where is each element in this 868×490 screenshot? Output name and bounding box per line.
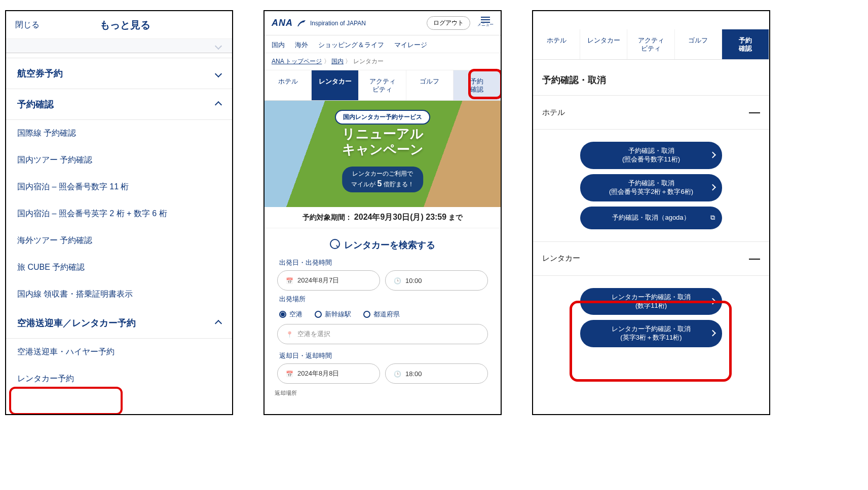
item-dom-stay-2-6[interactable]: 国内宿泊 – 照会番号英字 2 桁 + 数字 6 桁 <box>6 200 232 227</box>
chevron-right-icon <box>710 297 715 306</box>
tab-hotel[interactable]: ホテル <box>265 70 312 100</box>
phone-1-more-menu: 閉じる もっと見る 航空券予約 予約確認 国際線 予約確認 国内ツアー 予約確認… <box>5 10 233 415</box>
app-header: ANA Inspiration of JAPAN ログアウト メニュー <box>265 11 501 35</box>
radio-icon <box>363 311 370 318</box>
breadcrumb: ANA トップページ 〉 国内 〉 レンタカー <box>265 53 501 70</box>
section-rentacar[interactable]: レンタカー — <box>533 241 769 276</box>
dep-date-field[interactable]: 2024年8月7日 <box>277 270 380 291</box>
dep-date-value: 2024年8月7日 <box>297 276 339 285</box>
chevron-down-icon <box>216 68 221 79</box>
radio-airport[interactable]: 空港 <box>279 310 303 319</box>
search-title: レンタカーを検索する <box>277 238 488 251</box>
nav-domestic[interactable]: 国内 <box>272 40 285 50</box>
section-label: レンタカー <box>542 254 580 263</box>
collapse-icon: — <box>749 252 760 265</box>
tab-activity[interactable]: アクティ ビティ <box>359 70 406 100</box>
radio-icon <box>315 311 322 318</box>
phone-3-booking-confirm: ホテル レンタカー アクティ ビティ ゴルフ 予約 確認 予約確認・取消 ホテル… <box>532 10 770 415</box>
pill-hotel-confirm-11[interactable]: 予約確認・取消 (照会番号数字11桁) <box>580 142 722 169</box>
pin-icon <box>286 331 293 338</box>
item-tabicube-confirm[interactable]: 旅 CUBE 予約確認 <box>6 254 232 281</box>
page-title: もっと見る <box>49 18 232 32</box>
chevron-right-icon <box>710 151 715 160</box>
logout-button[interactable]: ログアウト <box>427 16 470 30</box>
phone-2-rentacar-search: ANA Inspiration of JAPAN ログアウト メニュー 国内 海… <box>263 10 502 415</box>
logo-swoosh-icon <box>297 19 306 27</box>
item-intl-confirm[interactable]: 国際線 予約確認 <box>6 120 232 147</box>
hero-headline: リニューアル キャンペーン <box>265 126 501 157</box>
item-dom-receipt[interactable]: 国内線 領収書・搭乗証明書表示 <box>6 281 232 308</box>
hero-subtext: レンタカーのご利用で マイルが 5 倍貯まる！ <box>342 167 423 192</box>
chevron-down-icon <box>216 42 221 51</box>
chevron-right-icon <box>710 330 715 338</box>
crumb-current: レンタカー <box>353 58 384 65</box>
label-ret-place-partial: 返却場所 <box>265 388 501 398</box>
brand-logo[interactable]: ANA Inspiration of JAPAN <box>272 18 366 28</box>
clock-icon <box>394 370 401 378</box>
label-dep-datetime: 出発日・出発時間 <box>279 258 486 267</box>
tagline: Inspiration of JAPAN <box>310 20 366 27</box>
section-flight-booking[interactable]: 航空券予約 <box>6 58 232 89</box>
campaign-period: 予約対象期間： 2024年9月30日(月) 23:59 まで <box>265 207 501 228</box>
item-airport-hire[interactable]: 空港送迎車・ハイヤー予約 <box>6 339 232 365</box>
tab-hotel[interactable]: ホテル <box>533 29 580 59</box>
section-airport-transfer[interactable]: 空港送迎車／レンタカー予約 <box>6 308 232 339</box>
item-rentacar-booking[interactable]: レンタカー予約 <box>6 365 232 392</box>
chevron-up-icon <box>216 99 221 110</box>
tab-rentacar[interactable]: レンタカー <box>312 70 359 100</box>
radio-prefecture[interactable]: 都道府県 <box>363 310 400 319</box>
calendar-icon <box>286 277 293 284</box>
tab-golf[interactable]: ゴルフ <box>406 70 454 100</box>
pill-car-confirm-3-11[interactable]: レンタカー予約確認・取消 (英字3桁＋数字11桁) <box>580 320 722 347</box>
dep-time-field[interactable]: 10:00 <box>385 270 488 291</box>
category-tabs: ホテル レンタカー アクティ ビティ ゴルフ 予約 確認 <box>265 70 501 101</box>
item-dom-tour-confirm[interactable]: 国内ツアー 予約確認 <box>6 147 232 174</box>
chevron-right-icon <box>710 183 715 192</box>
section-label: 予約確認 <box>17 98 54 110</box>
radio-shinkansen[interactable]: 新幹線駅 <box>315 310 351 319</box>
collapsed-row-stub[interactable] <box>6 39 232 53</box>
menu-button[interactable]: メニュー <box>477 19 494 27</box>
airport-select-field[interactable]: 空港を選択 <box>277 324 488 344</box>
burger-icon <box>481 19 490 20</box>
dep-time-value: 10:00 <box>405 277 422 284</box>
item-dom-stay-11[interactable]: 国内宿泊 – 照会番号数字 11 桁 <box>6 174 232 200</box>
nav-mileage[interactable]: マイレージ <box>394 40 427 50</box>
crumb-top[interactable]: ANA トップページ <box>272 58 322 65</box>
pill-hotel-confirm-agoda[interactable]: 予約確認・取消（agoda） ⧉ <box>580 207 722 229</box>
ret-date-field[interactable]: 2024年8月8日 <box>277 363 380 384</box>
category-tabs: ホテル レンタカー アクティ ビティ ゴルフ 予約 確認 <box>533 29 769 60</box>
page-title: 予約確認・取消 <box>533 60 769 96</box>
clock-icon <box>394 277 401 284</box>
item-overseas-tour-confirm[interactable]: 海外ツアー 予約確認 <box>6 227 232 254</box>
tab-booking-confirm[interactable]: 予約 確認 <box>722 29 769 59</box>
crumb-domestic[interactable]: 国内 <box>331 58 344 65</box>
tab-activity[interactable]: アクティ ビティ <box>627 29 674 59</box>
hero-pill: 国内レンタカー予約サービス <box>335 110 430 125</box>
chevron-up-icon <box>216 318 221 329</box>
nav-international[interactable]: 海外 <box>295 40 308 50</box>
airport-placeholder: 空港を選択 <box>297 330 330 339</box>
ret-date-value: 2024年8月8日 <box>297 369 339 378</box>
dep-place-radios: 空港 新幹線駅 都道府県 <box>277 307 488 324</box>
section-hotel[interactable]: ホテル — <box>533 96 769 130</box>
close-button[interactable]: 閉じる <box>6 20 49 30</box>
label-ret-datetime: 返却日・返却時間 <box>279 351 486 360</box>
section-label: ホテル <box>542 108 565 117</box>
tab-booking-confirm[interactable]: 予約 確認 <box>454 70 501 100</box>
global-nav: 国内 海外 ショッピング＆ライフ マイレージ <box>265 35 501 53</box>
section-booking-confirm[interactable]: 予約確認 <box>6 89 232 120</box>
external-link-icon: ⧉ <box>710 214 715 222</box>
pill-hotel-confirm-2-6[interactable]: 予約確認・取消 (照会番号英字2桁＋数字6桁) <box>580 174 722 201</box>
tab-golf[interactable]: ゴルフ <box>675 29 722 59</box>
top-bar: 閉じる もっと見る <box>6 11 232 39</box>
tab-rentacar[interactable]: レンタカー <box>580 29 627 59</box>
pill-car-confirm-11[interactable]: レンタカー予約確認・取消 (数字11桁) <box>580 288 722 315</box>
nav-shopping[interactable]: ショッピング＆ライフ <box>318 40 384 50</box>
section-label: 空港送迎車／レンタカー予約 <box>17 317 136 329</box>
section-label: 航空券予約 <box>17 67 63 79</box>
label-dep-place: 出発場所 <box>279 295 486 304</box>
search-panel: レンタカーを検索する 出発日・出発時間 2024年8月7日 10:00 出発場所… <box>272 233 494 388</box>
ret-time-field[interactable]: 18:00 <box>385 363 488 384</box>
collapse-icon: — <box>749 106 760 119</box>
